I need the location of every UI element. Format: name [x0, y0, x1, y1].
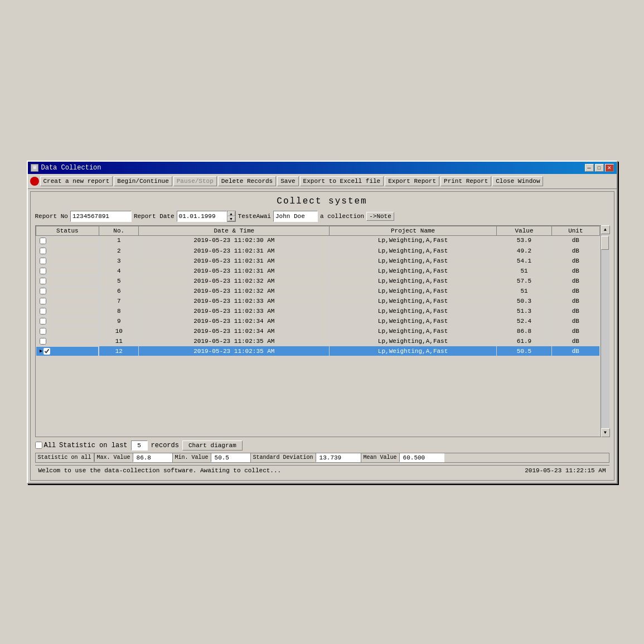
row-status-combined[interactable] [36, 246, 99, 256]
row-checkbox[interactable] [43, 348, 50, 355]
row-project: Lp,Weighting,A,Fast [330, 286, 496, 296]
row-checkbox[interactable] [40, 278, 46, 284]
row-checkbox[interactable] [40, 268, 46, 274]
print-report-button[interactable]: Print Report [440, 176, 491, 186]
table-row[interactable]: 22019-05-23 11:02:31 AMLp,Weighting,A,Fa… [36, 246, 599, 256]
row-no: 11 [99, 336, 139, 346]
row-unit: dB [552, 296, 599, 306]
main-content-border: Collect system Report No Report Date ▲ ▼… [30, 191, 614, 481]
date-spin-up[interactable]: ▲ [227, 211, 235, 216]
scroll-down-button[interactable]: ▼ [601, 428, 610, 437]
all-checkbox[interactable] [35, 442, 42, 449]
row-checkbox[interactable] [40, 288, 46, 294]
report-no-input[interactable] [70, 211, 132, 222]
row-checkbox[interactable] [40, 318, 46, 325]
max-value-input[interactable] [133, 453, 172, 462]
chart-diagram-button[interactable]: Chart diagram [182, 440, 243, 451]
mean-value-group: Mean Value [361, 453, 444, 462]
row-status-combined[interactable] [36, 326, 99, 336]
table-body: 12019-05-23 11:02:30 AMLp,Weighting,A,Fa… [36, 235, 599, 356]
row-checkbox[interactable] [40, 308, 46, 314]
row-datetime: 2019-05-23 11:02:30 AM [139, 235, 330, 246]
mean-value-input[interactable] [400, 453, 444, 462]
row-checkbox[interactable] [40, 298, 46, 304]
records-input[interactable] [131, 440, 148, 451]
scroll-track [601, 234, 609, 428]
close-window-button[interactable]: Close Window [492, 176, 543, 186]
status-bar: Welcom to use the data-collection softwa… [35, 465, 609, 476]
row-project: Lp,Weighting,A,Fast [330, 235, 496, 246]
table-row[interactable]: ▶122019-05-23 11:02:35 AMLp,Weighting,A,… [36, 346, 599, 356]
row-datetime: 2019-05-23 11:02:34 AM [139, 326, 330, 336]
row-checkbox[interactable] [40, 258, 46, 264]
std-dev-input[interactable] [316, 453, 361, 462]
min-value-input[interactable] [211, 453, 250, 462]
row-checkbox[interactable] [40, 338, 46, 345]
table-row[interactable]: 42019-05-23 11:02:31 AMLp,Weighting,A,Fa… [36, 266, 599, 276]
row-unit: dB [552, 346, 599, 356]
testeawai-label: TesteAwai [238, 213, 271, 220]
col-datetime: Date & Time [139, 226, 330, 235]
row-no: 8 [99, 306, 139, 316]
row-datetime: 2019-05-23 11:02:33 AM [139, 296, 330, 306]
row-status-combined[interactable] [36, 296, 99, 306]
table-row[interactable]: 92019-05-23 11:02:34 AMLp,Weighting,A,Fa… [36, 316, 599, 326]
row-status-combined[interactable] [36, 266, 99, 276]
testeawai-input[interactable] [273, 211, 318, 222]
record-indicator [30, 177, 39, 186]
data-table-container[interactable]: Status No. Date & Time Project Name Valu… [35, 225, 609, 437]
col-value: Value [496, 226, 552, 235]
row-checkbox[interactable] [40, 238, 46, 244]
table-row[interactable]: 112019-05-23 11:02:35 AMLp,Weighting,A,F… [36, 336, 599, 346]
toolbar: Creat a new report Begin/Continue Pause/… [28, 174, 617, 189]
note-button[interactable]: ->Note [366, 212, 394, 221]
pause-stop-button[interactable]: Pause/Stop [173, 176, 217, 186]
row-status-combined[interactable]: ▶ [36, 346, 99, 356]
row-datetime: 2019-05-23 11:02:35 AM [139, 346, 330, 356]
table-row[interactable]: 32019-05-23 11:02:31 AMLp,Weighting,A,Fa… [36, 256, 599, 266]
delete-records-button[interactable]: Delete Records [218, 176, 276, 186]
table-row[interactable]: 82019-05-23 11:02:33 AMLp,Weighting,A,Fa… [36, 306, 599, 316]
bottom-controls: All Statistic on last records Chart diag… [35, 440, 609, 463]
save-button[interactable]: Save [277, 176, 298, 186]
minimize-button[interactable]: ─ [585, 164, 594, 172]
scroll-thumb[interactable] [601, 236, 609, 250]
table-row[interactable]: 62019-05-23 11:02:32 AMLp,Weighting,A,Fa… [36, 286, 599, 296]
col-project: Project Name [330, 226, 496, 235]
table-row[interactable]: 72019-05-23 11:02:33 AMLp,Weighting,A,Fa… [36, 296, 599, 306]
scroll-up-button[interactable]: ▲ [601, 225, 610, 234]
min-value-label: Min. Value [173, 453, 211, 462]
table-row[interactable]: 52019-05-23 11:02:32 AMLp,Weighting,A,Fa… [36, 276, 599, 286]
date-spin-down[interactable]: ▼ [227, 216, 235, 221]
row-value: 54.1 [496, 256, 552, 266]
row-no: 10 [99, 326, 139, 336]
row-status-combined[interactable] [36, 336, 99, 346]
row-unit: dB [552, 276, 599, 286]
table-row[interactable]: 12019-05-23 11:02:30 AMLp,Weighting,A,Fa… [36, 235, 599, 246]
row-datetime: 2019-05-23 11:02:34 AM [139, 316, 330, 326]
row-checkbox[interactable] [40, 328, 46, 335]
max-value-label: Max. Value [95, 453, 133, 462]
close-button[interactable]: ✕ [605, 164, 614, 172]
scrollbar[interactable]: ▲ ▼ [601, 225, 609, 437]
row-status-combined[interactable] [36, 256, 99, 266]
row-project: Lp,Weighting,A,Fast [330, 246, 496, 256]
table-row[interactable]: 102019-05-23 11:02:34 AMLp,Weighting,A,F… [36, 326, 599, 336]
row-status-combined[interactable] [36, 316, 99, 326]
report-date-input[interactable] [177, 211, 227, 222]
row-status-combined[interactable] [36, 236, 99, 246]
export-report-button[interactable]: Export Report [385, 176, 439, 186]
std-dev-label: Standard Deviation [251, 453, 316, 462]
statistic-on-all-group: Statistic on all [36, 453, 95, 462]
row-checkbox[interactable] [40, 248, 46, 254]
export-excel-button[interactable]: Export to Excell file [300, 176, 384, 186]
row-project: Lp,Weighting,A,Fast [330, 276, 496, 286]
creat-new-report-button[interactable]: Creat a new report [40, 176, 113, 186]
row-status-combined[interactable] [36, 276, 99, 286]
max-value-group: Max. Value [95, 453, 173, 462]
row-value: 57.5 [496, 276, 552, 286]
maximize-button[interactable]: □ [595, 164, 604, 172]
begin-continue-button[interactable]: Begin/Continue [114, 176, 172, 186]
row-status-combined[interactable] [36, 286, 99, 296]
row-status-combined[interactable] [36, 306, 99, 316]
